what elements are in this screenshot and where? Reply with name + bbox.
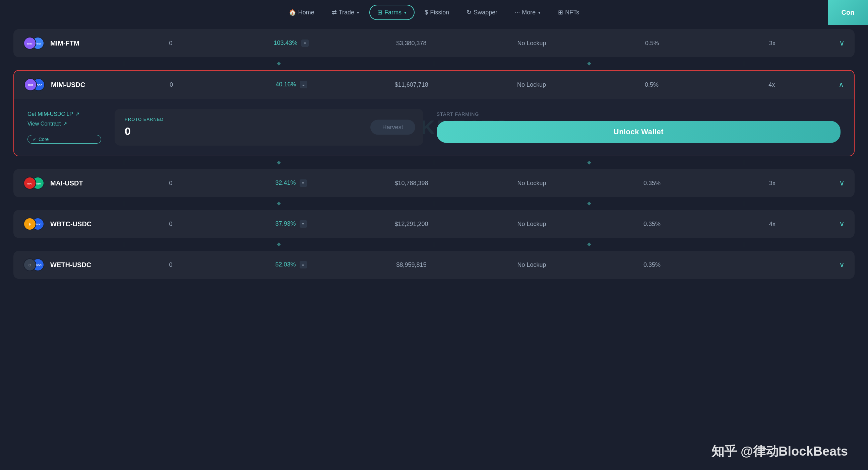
nav-more-label: More xyxy=(522,9,535,16)
connector-2 xyxy=(13,160,855,165)
connector-diamond xyxy=(587,202,591,205)
connector-line xyxy=(744,160,744,165)
farm-liquidity-mim-ftm: $3,380,378 xyxy=(351,40,471,47)
farm-lockup-wbtc-usdc: No Lockup xyxy=(471,221,592,228)
connector-line xyxy=(744,242,744,247)
collapse-mim-usdc-button[interactable]: ∧ xyxy=(838,80,844,89)
start-farming-label: START FARMING xyxy=(437,111,840,117)
nav-nfts[interactable]: ⊞ NFTs xyxy=(551,5,587,20)
farm-icon-mai: MAI xyxy=(24,177,36,190)
nav-swapper[interactable]: ↻ Swapper xyxy=(459,5,505,20)
connector-line xyxy=(124,201,124,206)
expand-wbtc-usdc-button[interactable]: ∨ xyxy=(839,220,844,228)
farm-lockup-mim-usdc: No Lockup xyxy=(471,81,591,88)
farm-icons-mim-usdc: MIM USDC xyxy=(24,78,45,91)
svg-text:⬡: ⬡ xyxy=(29,264,31,267)
checkmark-icon: ✓ xyxy=(32,137,36,142)
farm-weight-mim-usdc: 4x xyxy=(712,81,832,88)
navbar: 🏠 Home ⇄ Trade ▾ ⊞ Farms ▾ $ Fission ↻ S… xyxy=(0,0,868,25)
connector-diamond xyxy=(277,202,281,205)
farm-liquidity-wbtc-usdc: $12,291,200 xyxy=(351,221,471,228)
chevron-down-icon: ▾ xyxy=(357,10,359,15)
farm-apr-value-weth-usdc: 52.03% xyxy=(275,261,296,268)
expand-mai-usdt-button[interactable]: ∨ xyxy=(839,179,844,188)
farm-fee-weth-usdc: 0.35% xyxy=(592,262,712,268)
harvest-button[interactable]: Harvest xyxy=(370,120,415,135)
core-badge-label: Core xyxy=(38,137,49,142)
farm-lockup-mim-ftm: No Lockup xyxy=(471,40,592,47)
farm-icon-mim2: MIM xyxy=(24,78,37,91)
connector-line xyxy=(434,201,434,206)
connector-line xyxy=(434,61,434,66)
proto-label: PROTO xyxy=(125,117,142,122)
expand-mim-ftm-button[interactable]: ∨ xyxy=(839,39,844,47)
nav-trade-label: Trade xyxy=(339,9,354,16)
nav-farms[interactable]: ⊞ Farms ▾ xyxy=(369,5,414,20)
start-farming-box: START FARMING Unlock Wallet xyxy=(437,111,840,143)
apr-calc-icon-4: ≡ xyxy=(300,220,307,228)
farm-apr-weth-usdc: 52.03% ≡ xyxy=(231,261,351,268)
unlock-wallet-button[interactable]: Unlock Wallet xyxy=(437,121,840,143)
connector-line xyxy=(124,242,124,247)
nav-fission-label: Fission xyxy=(430,9,449,16)
connector-diamond xyxy=(277,62,281,65)
nav-more[interactable]: ··· More ▾ xyxy=(507,6,548,20)
farm-header-wbtc-usdc: ₿ USDC WBTC-USDC 0 37.93% ≡ $12,291,200 … xyxy=(13,210,855,238)
farm-multiplier-wbtc-usdc: 0 xyxy=(111,221,231,228)
farm-icon-wbtc: ₿ xyxy=(24,217,36,230)
farm-header-mim-ftm: MIM FTM MIM-FTM 0 103.43% ≡ $3,380,378 N… xyxy=(13,29,855,57)
farm-apr-value-mai-usdt: 32.41% xyxy=(275,179,296,186)
nav-fission[interactable]: $ Fission xyxy=(417,6,457,20)
farm-header-weth-usdc: ⬡ USDC WETH-USDC 0 52.03% ≡ $8,959,815 N… xyxy=(13,251,855,279)
nfts-icon: ⊞ xyxy=(558,9,563,16)
apr-calc-icon-5: ≡ xyxy=(300,261,307,268)
view-contract-label: View Contract xyxy=(28,121,61,127)
farm-name-mim-usdc: MIM-USDC xyxy=(51,81,111,89)
connector-1 xyxy=(13,61,855,66)
apr-calc-icon-3: ≡ xyxy=(300,179,307,187)
nav-trade[interactable]: ⇄ Trade ▾ xyxy=(324,5,367,20)
nav-home-label: Home xyxy=(298,9,314,16)
connector-line xyxy=(124,160,124,165)
farm-apr-value-mim-ftm: 103.43% xyxy=(274,39,297,46)
farm-multiplier-mai-usdt: 0 xyxy=(111,180,231,187)
farm-lockup-mai-usdt: No Lockup xyxy=(471,180,592,187)
view-contract-link[interactable]: View Contract ↗ xyxy=(28,121,101,127)
external-link-icon-2: ↗ xyxy=(63,121,67,127)
trade-icon: ⇄ xyxy=(332,9,337,16)
connector-diamond xyxy=(277,161,281,164)
farm-apr-mim-usdc: 40.16% ≡ xyxy=(231,81,351,88)
farm-weight-wbtc-usdc: 4x xyxy=(712,221,833,228)
get-lp-link[interactable]: Get MIM-USDC LP ↗ xyxy=(28,111,101,117)
farm-links: Get MIM-USDC LP ↗ View Contract ↗ ✓ Core xyxy=(28,111,101,144)
earned-box: PROTO EARNED 0 Harvest xyxy=(115,109,423,146)
earned-text: EARNED xyxy=(144,117,163,122)
nav-home[interactable]: 🏠 Home xyxy=(281,5,322,20)
farm-row-wbtc-usdc: ₿ USDC WBTC-USDC 0 37.93% ≡ $12,291,200 … xyxy=(13,210,855,238)
more-icon: ··· xyxy=(515,9,520,16)
farm-lockup-weth-usdc: No Lockup xyxy=(471,262,592,268)
connector-4 xyxy=(13,242,855,247)
farm-name-mim-ftm: MIM-FTM xyxy=(50,39,111,47)
fission-icon: $ xyxy=(425,9,428,16)
core-badge: ✓ Core xyxy=(28,135,101,144)
farm-apr-wbtc-usdc: 37.93% ≡ xyxy=(231,220,351,228)
svg-text:MIM: MIM xyxy=(27,42,32,45)
connect-wallet-button[interactable]: Con xyxy=(828,0,868,25)
farm-apr-mim-ftm: 103.43% ≡ xyxy=(231,39,351,47)
farm-header-mai-usdt: MAI USDT MAI-USDT 0 32.41% ≡ $10,788,398… xyxy=(13,169,855,197)
connector-diamond xyxy=(587,62,591,65)
farm-icon-mim: MIM xyxy=(24,37,36,49)
farm-row-weth-usdc: ⬡ USDC WETH-USDC 0 52.03% ≡ $8,959,815 N… xyxy=(13,251,855,279)
farm-row-mim-usdc: MIM USDC MIM-USDC 0 40.16% ≡ $11,607,718… xyxy=(13,70,855,156)
expand-weth-usdc-button[interactable]: ∨ xyxy=(839,261,844,269)
farm-liquidity-mim-usdc: $11,607,718 xyxy=(351,81,471,88)
connect-wallet-label: Con xyxy=(841,9,855,16)
connector-line xyxy=(744,61,744,66)
farm-liquidity-weth-usdc: $8,959,815 xyxy=(351,262,471,268)
chevron-down-icon: ▾ xyxy=(404,10,406,15)
apr-calc-icon: ≡ xyxy=(301,39,309,47)
earned-value: 0 xyxy=(125,125,413,138)
connector-diamond xyxy=(587,242,591,246)
main-content: MIM FTM MIM-FTM 0 103.43% ≡ $3,380,378 N… xyxy=(0,29,868,296)
